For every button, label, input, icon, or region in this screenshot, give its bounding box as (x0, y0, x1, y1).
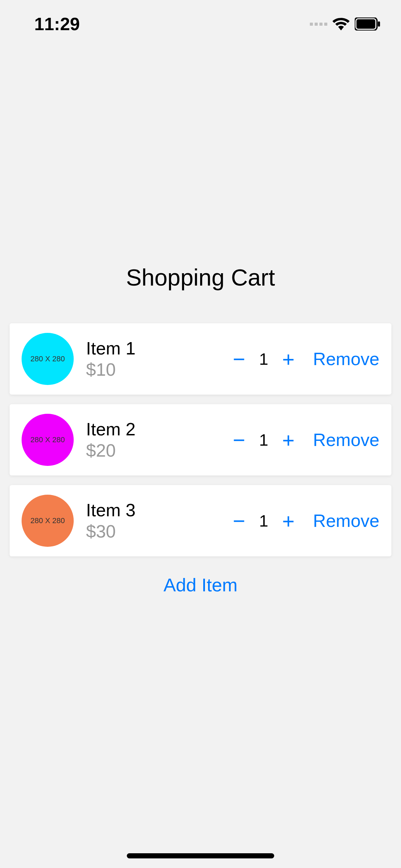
item-controls: − 1 + Remove (230, 347, 379, 371)
item-price: $30 (86, 521, 230, 542)
remove-button[interactable]: Remove (313, 510, 379, 531)
wifi-icon (332, 17, 350, 31)
item-name: Item 2 (86, 419, 230, 439)
item-image-placeholder: 280 X 280 (22, 333, 74, 385)
quantity-value: 1 (258, 431, 269, 449)
increment-button[interactable]: + (280, 509, 297, 533)
decrement-button[interactable]: − (230, 428, 247, 452)
cart-item: 280 X 280 Item 2 $20 − 1 + Remove (10, 404, 391, 475)
page-title: Shopping Cart (0, 264, 401, 291)
cellular-icon (310, 23, 327, 26)
item-name: Item 3 (86, 500, 230, 520)
add-item-button[interactable]: Add Item (163, 574, 238, 595)
increment-button[interactable]: + (280, 428, 297, 452)
item-info: Item 1 $10 (86, 338, 230, 380)
svg-rect-2 (378, 22, 380, 27)
home-indicator[interactable] (127, 853, 274, 858)
cart-item: 280 X 280 Item 3 $30 − 1 + Remove (10, 485, 391, 556)
increment-button[interactable]: + (280, 347, 297, 371)
decrement-button[interactable]: − (230, 509, 247, 533)
item-info: Item 2 $20 (86, 419, 230, 461)
item-image-placeholder: 280 X 280 (22, 495, 74, 547)
item-controls: − 1 + Remove (230, 509, 379, 533)
status-indicators (310, 17, 380, 31)
decrement-button[interactable]: − (230, 347, 247, 371)
item-price: $20 (86, 440, 230, 461)
status-time: 11:29 (34, 14, 80, 34)
item-name: Item 1 (86, 338, 230, 359)
status-bar: 11:29 (0, 0, 401, 45)
remove-button[interactable]: Remove (313, 349, 379, 369)
item-info: Item 3 $30 (86, 500, 230, 542)
cart-item: 280 X 280 Item 1 $10 − 1 + Remove (10, 323, 391, 395)
battery-icon (355, 17, 380, 31)
quantity-value: 1 (258, 511, 269, 530)
remove-button[interactable]: Remove (313, 430, 379, 450)
cart-list: 280 X 280 Item 1 $10 − 1 + Remove 280 X … (0, 323, 401, 556)
item-image-placeholder: 280 X 280 (22, 414, 74, 466)
item-price: $10 (86, 359, 230, 380)
quantity-value: 1 (258, 350, 269, 369)
item-controls: − 1 + Remove (230, 428, 379, 452)
svg-rect-1 (356, 19, 375, 29)
